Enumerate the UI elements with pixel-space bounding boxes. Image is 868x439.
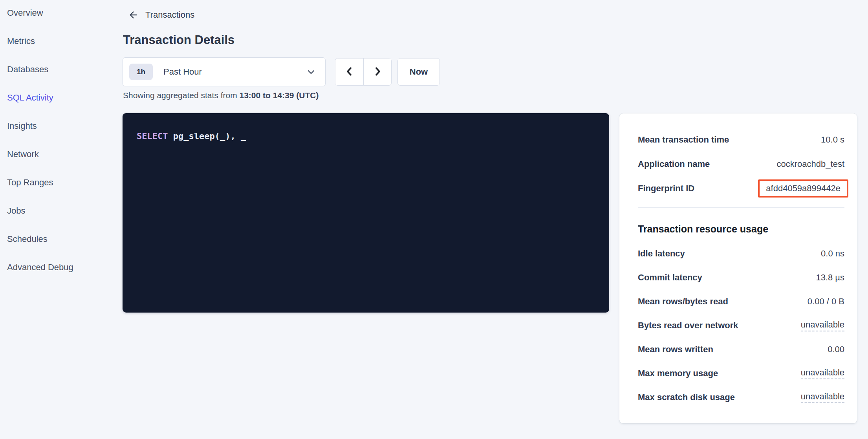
stats-caption-range: 13:00 to 14:39 (UTC) bbox=[240, 91, 319, 100]
time-range-dropdown[interactable]: 1h Past Hour bbox=[123, 57, 326, 86]
detail-label: Application name bbox=[638, 159, 710, 169]
sidebar-item-metrics[interactable]: Metrics bbox=[0, 27, 122, 55]
stats-caption-prefix: Showing aggregated stats from bbox=[123, 91, 240, 100]
detail-label: Mean rows written bbox=[638, 344, 713, 355]
time-range-label: Past Hour bbox=[163, 67, 202, 77]
fingerprint-id-highlight-box: afdd4059a899442e bbox=[758, 179, 848, 198]
time-controls: 1h Past Hour Now bbox=[123, 57, 440, 86]
breadcrumb-label: Transactions bbox=[145, 10, 194, 20]
detail-label: Mean transaction time bbox=[638, 135, 729, 145]
sidebar-item-jobs[interactable]: Jobs bbox=[0, 197, 122, 225]
sidebar: Overview Metrics Databases SQL Activity … bbox=[0, 0, 122, 282]
sidebar-item-insights[interactable]: Insights bbox=[0, 112, 122, 140]
chevron-left-icon bbox=[344, 66, 355, 79]
chevron-down-icon bbox=[306, 66, 317, 77]
sql-statement-rest: pg_sleep(_), _ bbox=[168, 131, 246, 141]
detail-label: Fingerprint ID bbox=[638, 183, 694, 194]
detail-row-idle-latency: Idle latency 0.0 ns bbox=[638, 241, 844, 265]
detail-value-unavailable: unavailable bbox=[801, 391, 844, 403]
chevron-right-icon bbox=[372, 66, 383, 79]
transaction-details-card: Mean transaction time 10.0 s Application… bbox=[619, 113, 857, 423]
detail-value-unavailable: unavailable bbox=[801, 368, 844, 379]
back-arrow-icon bbox=[128, 9, 139, 20]
sql-statement-box: SELECT pg_sleep(_), _ bbox=[123, 113, 609, 313]
sidebar-item-advanced-debug[interactable]: Advanced Debug bbox=[0, 253, 122, 282]
stats-caption: Showing aggregated stats from 13:00 to 1… bbox=[123, 91, 319, 100]
detail-label: Commit latency bbox=[638, 273, 702, 283]
detail-value: 0.00 bbox=[828, 344, 844, 355]
time-range-badge: 1h bbox=[129, 64, 153, 80]
detail-value: 13.8 µs bbox=[816, 273, 844, 283]
sidebar-item-top-ranges[interactable]: Top Ranges bbox=[0, 168, 122, 197]
detail-label: Bytes read over network bbox=[638, 320, 738, 331]
detail-row-bytes-read-over-network: Bytes read over network unavailable bbox=[638, 313, 844, 337]
detail-value: cockroachdb_test bbox=[777, 159, 844, 169]
sql-keyword: SELECT bbox=[137, 131, 168, 141]
detail-row-commit-latency: Commit latency 13.8 µs bbox=[638, 265, 844, 289]
detail-label: Max scratch disk usage bbox=[638, 392, 735, 402]
resource-usage-rows: Idle latency 0.0 ns Commit latency 13.8 … bbox=[638, 241, 844, 409]
detail-value: 10.0 s bbox=[821, 135, 844, 145]
sql-statement: SELECT pg_sleep(_), _ bbox=[137, 130, 595, 142]
detail-label: Max memory usage bbox=[638, 368, 718, 379]
detail-value: 0.00 / 0 B bbox=[808, 296, 844, 307]
previous-interval-button[interactable] bbox=[335, 59, 363, 85]
detail-row-max-scratch-disk-usage: Max scratch disk usage unavailable bbox=[638, 385, 844, 409]
detail-value-unavailable: unavailable bbox=[801, 320, 844, 331]
resource-usage-section-title: Transaction resource usage bbox=[638, 223, 844, 235]
time-step-group bbox=[335, 58, 392, 86]
now-button[interactable]: Now bbox=[397, 58, 440, 86]
breadcrumb[interactable]: Transactions bbox=[128, 9, 194, 20]
detail-label: Idle latency bbox=[638, 249, 685, 259]
detail-row-mean-rows-bytes-read: Mean rows/bytes read 0.00 / 0 B bbox=[638, 289, 844, 313]
detail-row-mean-rows-written: Mean rows written 0.00 bbox=[638, 337, 844, 361]
sidebar-item-overview[interactable]: Overview bbox=[0, 0, 122, 27]
sidebar-item-sql-activity[interactable]: SQL Activity bbox=[0, 84, 122, 112]
page-title: Transaction Details bbox=[123, 33, 234, 47]
detail-row-application-name: Application name cockroachdb_test bbox=[638, 152, 844, 176]
detail-row-max-memory-usage: Max memory usage unavailable bbox=[638, 361, 844, 385]
detail-row-mean-transaction-time: Mean transaction time 10.0 s bbox=[638, 128, 844, 152]
next-interval-button[interactable] bbox=[363, 59, 391, 85]
detail-value: 0.0 ns bbox=[821, 249, 844, 259]
detail-row-fingerprint-id: Fingerprint ID afdd4059a899442e bbox=[638, 176, 844, 201]
card-divider bbox=[638, 207, 844, 208]
sidebar-item-databases[interactable]: Databases bbox=[0, 55, 122, 84]
detail-label: Mean rows/bytes read bbox=[638, 296, 728, 307]
sidebar-item-schedules[interactable]: Schedules bbox=[0, 225, 122, 253]
sidebar-item-network[interactable]: Network bbox=[0, 140, 122, 168]
